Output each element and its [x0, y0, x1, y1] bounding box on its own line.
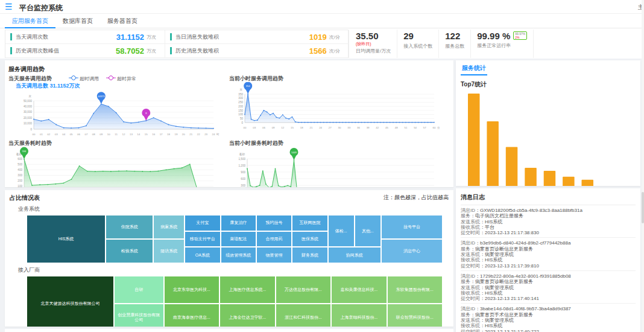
legend-item-0[interactable]: 超时调用 — [68, 75, 99, 82]
treemap-cell[interactable]: 病案系统 — [153, 215, 185, 239]
svg-text:07: 07 — [84, 133, 87, 136]
treemap-cell[interactable]: 检验系统 — [106, 239, 153, 263]
kpi-value-row: 29 — [403, 31, 432, 42]
treemap-cell[interactable]: 互联网医院 — [292, 215, 327, 231]
svg-text:0: 0 — [241, 121, 243, 124]
chart-c3[interactable]: 0100200300400500600000102030405060708091… — [8, 147, 229, 187]
svg-text:01: 01 — [40, 133, 43, 136]
svg-text:次: 次 — [239, 88, 242, 91]
chart-c2[interactable]: 0501001502002503003500003060912151821242… — [229, 82, 450, 133]
scrollbar-thumb[interactable] — [642, 192, 644, 223]
svg-text:350: 350 — [238, 93, 243, 96]
treemap-cell[interactable]: 财务系统 — [292, 247, 327, 263]
treemap-cell[interactable]: 体检... — [328, 215, 355, 247]
treemap-cell[interactable]: OA系统 — [185, 247, 220, 263]
svg-text:30: 30 — [338, 126, 341, 129]
top7-bar[interactable] — [544, 171, 556, 186]
treemap-cell[interactable]: 创业慧康科技股份有限公司 — [114, 304, 164, 327]
metric-unit: 万次 — [147, 48, 156, 54]
metric-value: 1019 — [309, 33, 327, 42]
metric-cell: 当天调用次数31.1152万次 — [5, 30, 165, 44]
tab-1[interactable]: 数据库首页 — [55, 14, 100, 28]
trend-chart-grid: 当天服务调用趋势超时调用超时异常当天调用总数 31.1152万次010,0002… — [8, 75, 452, 187]
treemap-cell[interactable]: 支付宝 — [185, 215, 220, 231]
top7-bar-chart[interactable]: 互联...互联...考勤...档案...电子...互联...OA... — [461, 89, 636, 186]
svg-text:18: 18 — [300, 126, 303, 129]
top7-bar[interactable] — [506, 147, 518, 186]
treemap-cell[interactable]: 康复治疗 — [221, 215, 256, 231]
top7-bar[interactable] — [563, 177, 575, 186]
treemap-cell[interactable]: 协同系统 — [328, 247, 381, 263]
treemap-cell[interactable]: 随访系统 — [153, 239, 185, 263]
treemap-cell[interactable]: 物资管理 — [256, 247, 292, 263]
treemap1-title: 业务系统 — [18, 205, 449, 213]
tab-2[interactable]: 服务器首页 — [100, 14, 145, 28]
svg-text:200: 200 — [238, 105, 243, 108]
svg-text:100: 100 — [238, 113, 243, 116]
svg-text:20,000: 20,000 — [24, 117, 32, 120]
metric-label: 当天调用次数 — [16, 33, 48, 41]
treemap-cell[interactable]: 绩效管理系统 — [221, 247, 256, 263]
treemap-cell[interactable]: 南京海泰医疗信息... — [164, 304, 219, 327]
svg-text:200: 200 — [17, 179, 22, 182]
svg-text:15: 15 — [145, 133, 148, 136]
treemap-cell[interactable]: 挂号平台 — [381, 215, 443, 239]
svg-text:00: 00 — [244, 126, 247, 129]
treemap-cell[interactable]: 嘉和美康信息科技... — [331, 276, 387, 304]
treemap-cell[interactable]: 其他... — [355, 215, 381, 247]
svg-text:09: 09 — [272, 126, 275, 129]
treemap-cell[interactable]: HIS系统 — [27, 215, 106, 263]
message-entry: 消息ID：b3e99db6-d840-424d-89b2-cf779442b88… — [461, 238, 636, 270]
treemap-cell[interactable]: 联众智慧科技股份... — [387, 304, 443, 327]
treemap-cell[interactable]: 东软集团股份有限... — [387, 276, 443, 304]
menu-icon[interactable]: ☰ — [5, 2, 13, 11]
kpi-label: 接入系统个数 — [403, 43, 432, 49]
svg-text:60: 60 — [433, 126, 436, 129]
top7-bar[interactable] — [468, 94, 480, 186]
treemap-cell[interactable]: 万达信息股份有限... — [276, 276, 331, 304]
treemap-cell[interactable]: 上海京颐科技股份... — [331, 304, 387, 327]
chart-head: 当天服务调用趋势超时调用超时异常 — [8, 75, 229, 82]
svg-text:40,000: 40,000 — [24, 105, 32, 108]
chart-c4[interactable]: 03006009001,2001,50000030609121518212427… — [229, 147, 450, 187]
treemap-vendors: 北京天健源达科技股份有限公司自研创业慧康科技股份有限公司北京东华医为科技...上… — [27, 276, 443, 327]
treemap-cell[interactable]: 预约挂号 — [256, 215, 292, 231]
kpi-value: 99.99 % — [477, 31, 510, 41]
top7-bar[interactable] — [525, 168, 537, 186]
metric-unit: 次/分 — [329, 34, 340, 40]
treemap-cell[interactable]: 上海金仕达卫宁软... — [219, 304, 275, 327]
svg-text:300: 300 — [17, 174, 22, 177]
kpi-value: 29 — [403, 31, 414, 41]
tab-0[interactable]: 应用服务首页 — [5, 14, 55, 28]
svg-text:18: 18 — [167, 133, 170, 136]
kpi-card: 99.99 %99.97%2%服务正常运行率 — [471, 30, 534, 58]
svg-text:21: 21 — [309, 126, 312, 129]
kpi-value-row: 99.99 %99.97%2% — [477, 31, 527, 41]
svg-text:300: 300 — [238, 97, 243, 100]
svg-text:02: 02 — [47, 133, 50, 136]
legend-item-1[interactable]: 超时异常 — [105, 75, 136, 82]
kpi-card: 35.50(较昨日)日均调用量/万次 — [350, 30, 397, 58]
svg-text:06: 06 — [262, 126, 265, 129]
treemap-cell[interactable]: 医保系统 — [292, 231, 327, 247]
chart-cell-c2: 当前小时服务调用趋势050100150200250300350000306091… — [229, 75, 450, 139]
top7-bar[interactable] — [582, 180, 594, 186]
treemap-cell[interactable]: 上海医疗信息系统... — [219, 276, 275, 304]
treemap-cell[interactable]: 北京天健源达科技股份有限公司 — [27, 276, 114, 327]
treemap-cell[interactable]: 浙江和仁科技股份... — [276, 304, 331, 327]
svg-text:600: 600 — [17, 158, 22, 161]
scrollbar[interactable] — [642, 0, 644, 332]
treemap-cell[interactable]: 移动支付平台 — [185, 231, 220, 247]
svg-text:22: 22 — [197, 133, 200, 136]
treemap-cell[interactable]: 消息中心 — [381, 239, 443, 263]
kpi-label: 服务正常运行率 — [477, 42, 527, 49]
chart-c1[interactable]: 010,00020,00030,00040,00050,000000102030… — [8, 89, 229, 139]
treemap-cell[interactable]: 北京东华医为科技... — [164, 276, 219, 304]
top7-bar[interactable] — [487, 121, 499, 186]
treemap-cell[interactable]: 住院系统 — [106, 215, 153, 239]
treemap-cell[interactable]: 合理用药 — [256, 231, 292, 247]
treemap-cell[interactable]: 自研 — [114, 276, 164, 304]
treemap-cell[interactable]: 菜谱配送 — [221, 231, 256, 247]
tab-service-stats[interactable]: 服务统计 — [461, 60, 487, 75]
chart-cell-c1: 当天服务调用趋势超时调用超时异常当天调用总数 31.1152万次010,0002… — [8, 75, 229, 139]
